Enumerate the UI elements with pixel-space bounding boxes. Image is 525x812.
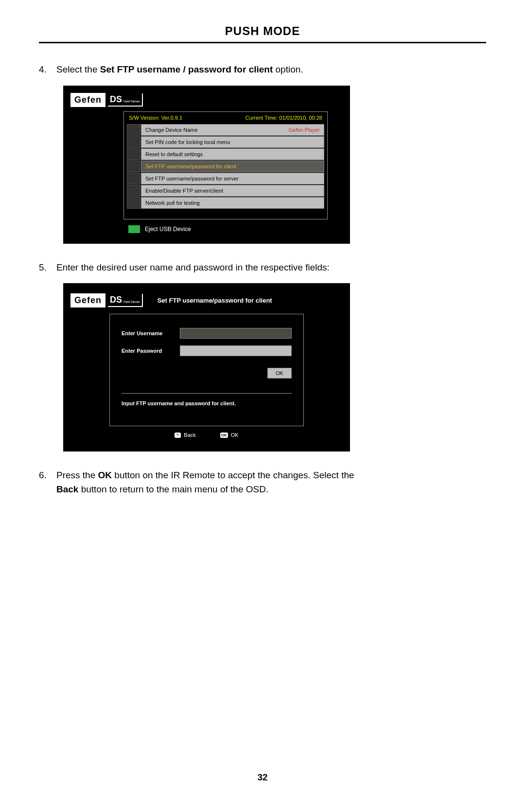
menu-item-ftp-server[interactable]: Set FTP username/password for server: [127, 173, 324, 184]
text: button to return to the main menu of the…: [78, 484, 268, 494]
bold-text: Set FTP username / password for client: [100, 64, 273, 74]
menu-label: Set FTP username/password for server: [145, 176, 239, 181]
page-title: PUSH MODE: [39, 24, 486, 43]
bold-text: Back: [56, 484, 78, 494]
back-icon: ↰: [175, 433, 181, 438]
indicator: [127, 161, 140, 172]
menu-value: Gefen Player: [289, 127, 320, 133]
logo-row: Gefen DSDigital Signage: [70, 92, 343, 108]
screenshot-form: Gefen DSDigital Signage Set FTP username…: [63, 283, 350, 451]
indicator: [127, 148, 140, 160]
page-number: 32: [0, 772, 525, 783]
ds-subtitle: Digital Signage: [123, 100, 140, 103]
ds-text: DS: [110, 94, 122, 105]
menu-header: S/W Version: Ver.0.9.1 Current Time: 01/…: [124, 112, 327, 124]
gefen-logo: Gefen: [70, 293, 106, 308]
indicator: [127, 185, 140, 197]
step-text: Press the OK button on the IR Remote to …: [56, 469, 486, 496]
menu-label: Reset to default settings: [145, 151, 203, 157]
menu-item-set-pin[interactable]: Set PIN code for locking local menu: [127, 136, 324, 148]
ds-subtitle: Digital Signage: [123, 300, 140, 303]
current-time: Current Time: 01/01/2010, 00:28: [245, 115, 322, 121]
menu-label: Set FTP username/password for client: [145, 163, 236, 169]
form-panel: Enter Username Enter Password OK Input F…: [109, 314, 304, 426]
ds-text: DS: [110, 295, 122, 305]
ds-logo: DSDigital Signage: [108, 93, 143, 107]
text: option.: [273, 64, 303, 74]
username-label: Enter Username: [122, 330, 180, 336]
text: Select the: [56, 64, 100, 74]
indicator: [127, 124, 140, 136]
divider: [122, 393, 292, 394]
ok-row: OK: [122, 363, 292, 379]
back-label: Back: [184, 432, 195, 438]
ds-logo: DSDigital Signage: [108, 294, 143, 307]
eject-color-swatch: [128, 225, 140, 233]
indicator: [127, 136, 140, 148]
bottom-hints: ↰ Back OK OK: [70, 432, 343, 438]
menu-item-reset-default[interactable]: Reset to default settings: [127, 148, 324, 160]
menu-panel: S/W Version: Ver.0.9.1 Current Time: 01/…: [123, 111, 328, 219]
menu-label: Change Device Name: [145, 127, 198, 133]
ok-hint: OK OK: [220, 432, 239, 438]
password-row: Enter Password: [122, 345, 292, 356]
password-input[interactable]: [180, 345, 292, 356]
text: Press the: [56, 470, 98, 480]
step-5: 5. Enter the desired user name and passw…: [39, 261, 486, 275]
menu-label: Enable/Disable FTP server/client: [145, 188, 223, 194]
step-text: Enter the desired user name and password…: [56, 261, 486, 275]
password-label: Enter Password: [122, 348, 180, 354]
step-number: 5.: [39, 261, 56, 275]
bold-text: OK: [98, 470, 112, 480]
step-4: 4. Select the Set FTP username / passwor…: [39, 63, 486, 77]
menu-item-network-pull[interactable]: Network pull for testing: [127, 197, 324, 209]
ok-label: OK: [231, 432, 239, 438]
form-title: Set FTP username/password for client: [158, 297, 272, 304]
username-input[interactable]: [180, 328, 292, 339]
form-header: Gefen DSDigital Signage Set FTP username…: [70, 293, 343, 308]
step-text: Select the Set FTP username / password f…: [56, 63, 486, 77]
ok-button[interactable]: OK: [267, 368, 292, 379]
step-number: 4.: [39, 63, 56, 77]
menu-label: Set PIN code for locking local menu: [145, 139, 230, 145]
step-6: 6. Press the OK button on the IR Remote …: [39, 469, 486, 496]
indicator: [127, 173, 140, 184]
eject-usb-row[interactable]: Eject USB Device: [128, 225, 343, 233]
ok-icon: OK: [220, 433, 228, 438]
text: button on the IR Remote to accept the ch…: [112, 470, 354, 480]
menu-item-change-device-name[interactable]: Change Device NameGefen Player: [127, 124, 324, 136]
menu-label: Network pull for testing: [145, 200, 200, 206]
form-help-text: Input FTP username and password for clie…: [122, 400, 292, 406]
menu-item-enable-ftp[interactable]: Enable/Disable FTP server/client: [127, 185, 324, 197]
step-number: 6.: [39, 469, 56, 496]
indicator: [127, 197, 140, 209]
gefen-logo: Gefen: [70, 92, 106, 108]
username-row: Enter Username: [122, 328, 292, 339]
screenshot-menu: Gefen DSDigital Signage S/W Version: Ver…: [63, 86, 350, 244]
sw-version: S/W Version: Ver.0.9.1: [129, 115, 182, 121]
back-hint: ↰ Back: [175, 432, 195, 438]
menu-item-ftp-client[interactable]: Set FTP username/password for client: [127, 161, 324, 172]
eject-label: Eject USB Device: [145, 226, 191, 233]
